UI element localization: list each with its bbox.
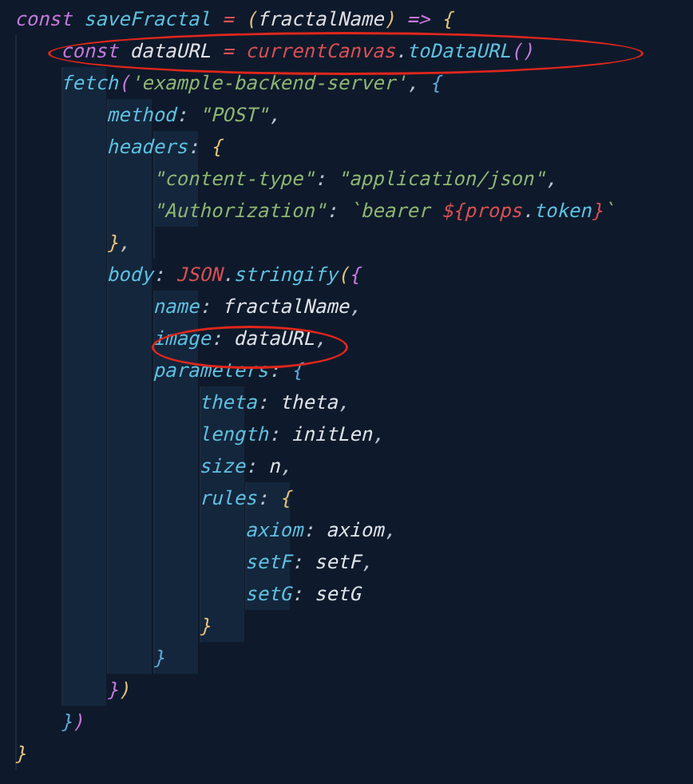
code-line-22: }) [14,679,130,701]
code-line-23: }) [14,711,84,733]
code-line-2: const dataURL = currentCanvas.toDataURL(… [14,40,533,62]
code-line-16: rules: { [14,487,291,509]
code-line-5: headers: { [14,136,222,158]
code-line-12: parameters: { [14,359,303,382]
code-line-20: } [14,615,211,637]
code-line-1: const saveFractal = (fractalName) => { [14,8,453,30]
code-line-24: } [14,742,26,765]
code-line-14: length: initLen, [14,423,383,445]
code-line-6: "content-type": "application/json", [14,168,556,190]
code-line-15: size: n, [14,455,291,477]
code-block[interactable]: const saveFractal = (fractalName) => { c… [0,0,693,770]
code-line-21: } [14,647,164,669]
code-line-11: image: dataURL, [14,327,326,350]
code-line-7: "Authorization": `bearer ${props.token}` [14,200,614,222]
code-line-18: setF: setF, [14,551,372,573]
code-line-8: }, [14,232,130,254]
code-line-10: name: fractalName, [14,295,361,318]
code-line-9: body: JSON.stringify({ [14,263,361,286]
code-line-17: axiom: axiom, [14,519,395,541]
code-line-3: fetch('example-backend-server', { [14,72,442,94]
code-line-4: method: "POST", [14,104,279,126]
code-line-13: theta: theta, [14,391,349,414]
code-line-19: setG: setG [14,583,360,605]
